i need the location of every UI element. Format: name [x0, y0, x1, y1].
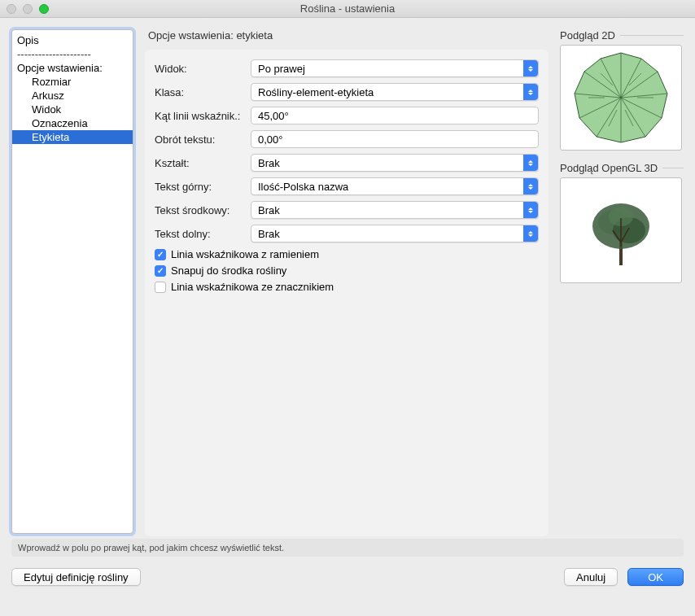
- select-tekst-dolny-value: Brak: [258, 228, 280, 240]
- sidebar-item-rozmiar[interactable]: Rozmiar: [12, 75, 133, 89]
- label-tekst-srodkowy: Tekst środkowy:: [155, 204, 251, 216]
- checkbox-snapuj[interactable]: [155, 265, 166, 277]
- ok-button[interactable]: OK: [627, 568, 684, 586]
- checkbox-linia-znacznik[interactable]: [155, 282, 166, 293]
- sidebar-item-oznaczenia[interactable]: Oznaczenia: [12, 116, 133, 130]
- sidebar-item-arkusz[interactable]: Arkusz: [12, 89, 133, 103]
- label-obrot: Obrót tekstu:: [155, 133, 251, 146]
- chevron-updown-icon: [523, 60, 538, 76]
- select-tekst-dolny[interactable]: Brak: [251, 225, 539, 242]
- sidebar-item-widok[interactable]: Widok: [12, 103, 133, 116]
- preview-2d: [560, 45, 682, 151]
- chevron-updown-icon: [523, 202, 538, 218]
- select-ksztalt-value: Brak: [258, 157, 280, 169]
- plant-2d-icon: [568, 49, 674, 146]
- select-klasa[interactable]: Rośliny-element-etykieta: [251, 83, 539, 101]
- select-widok[interactable]: Po prawej: [251, 59, 539, 77]
- input-obrot-value: 0,00°: [258, 133, 283, 146]
- select-tekst-gorny-value: Ilość-Polska nazwa: [258, 181, 348, 193]
- input-obrot[interactable]: 0,00°: [251, 130, 539, 148]
- cancel-button[interactable]: Anuluj: [564, 568, 618, 586]
- preview-2d-label: Podgląd 2D: [560, 29, 615, 42]
- sidebar-item-opis[interactable]: Opis: [12, 33, 133, 47]
- chevron-updown-icon: [523, 178, 538, 194]
- input-kat-value: 45,00°: [258, 110, 289, 122]
- label-widok: Widok:: [155, 63, 251, 75]
- titlebar: Roślina - ustawienia: [0, 0, 695, 18]
- select-ksztalt[interactable]: Brak: [251, 154, 539, 172]
- sidebar-item-opcje[interactable]: Opcje wstawienia:: [12, 61, 133, 75]
- hint-bar: Wprowadź w polu po prawej kąt, pod jakim…: [11, 539, 684, 557]
- checkbox-row-linia-ramie[interactable]: Linia wskaźnikowa z ramieniem: [155, 248, 539, 260]
- preview-3d: [560, 177, 682, 283]
- select-tekst-srodkowy-value: Brak: [258, 204, 280, 216]
- edit-definition-button[interactable]: Edytuj definicję rośliny: [11, 568, 141, 586]
- input-kat[interactable]: 45,00°: [251, 107, 539, 125]
- section-title: Opcje wstawienia: etykieta: [145, 29, 549, 42]
- form-panel: Widok: Po prawej Klasa: Rośliny-element-…: [145, 50, 549, 536]
- label-ksztalt: Kształt:: [155, 157, 251, 169]
- label-klasa: Klasa:: [155, 86, 251, 98]
- settings-sidebar[interactable]: Opis --------------------- Opcje wstawie…: [11, 29, 133, 534]
- chevron-updown-icon: [523, 84, 538, 100]
- checkbox-linia-znacznik-label: Linia wskaźnikowa ze znacznikiem: [171, 281, 334, 293]
- chevron-updown-icon: [523, 225, 538, 242]
- checkbox-linia-ramie[interactable]: [155, 249, 166, 260]
- chevron-updown-icon: [523, 155, 538, 171]
- select-tekst-srodkowy[interactable]: Brak: [251, 201, 539, 219]
- label-kat: Kąt linii wskaźnik.:: [155, 110, 251, 122]
- label-tekst-gorny: Tekst górny:: [155, 181, 251, 193]
- sidebar-separator: ---------------------: [12, 47, 133, 61]
- select-widok-value: Po prawej: [258, 63, 305, 75]
- window-title: Roślina - ustawienia: [0, 2, 695, 15]
- select-tekst-gorny[interactable]: Ilość-Polska nazwa: [251, 177, 539, 195]
- checkbox-linia-ramie-label: Linia wskaźnikowa z ramieniem: [171, 248, 319, 260]
- checkbox-row-linia-znacznik[interactable]: Linia wskaźnikowa ze znacznikiem: [155, 281, 539, 293]
- select-klasa-value: Rośliny-element-etykieta: [258, 86, 374, 98]
- checkbox-snapuj-label: Snapuj do środka rośliny: [171, 264, 286, 277]
- label-tekst-dolny: Tekst dolny:: [155, 228, 251, 240]
- checkbox-row-snapuj[interactable]: Snapuj do środka rośliny: [155, 264, 539, 277]
- sidebar-item-etykieta[interactable]: Etykieta: [12, 130, 133, 144]
- preview-3d-label: Podgląd OpenGL 3D: [560, 162, 658, 174]
- tree-3d-icon: [576, 186, 666, 275]
